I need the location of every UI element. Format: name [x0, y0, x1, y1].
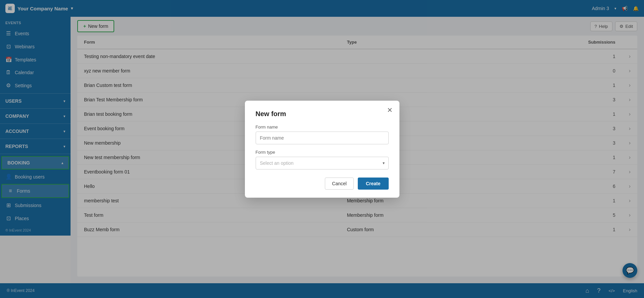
form-type-field: Form type Select an option Event booking…	[256, 150, 389, 169]
modal-overlay[interactable]: New form ✕ Form name Form type Select an…	[0, 0, 644, 298]
new-form-modal: New form ✕ Form name Form type Select an…	[245, 101, 399, 198]
form-name-input[interactable]	[256, 132, 389, 144]
form-type-select[interactable]: Select an option Event booking Membershi…	[256, 157, 389, 169]
cancel-button[interactable]: Cancel	[325, 178, 354, 190]
form-name-label: Form name	[256, 125, 389, 130]
modal-actions: Cancel Create	[256, 178, 389, 190]
modal-close-button[interactable]: ✕	[387, 106, 393, 114]
form-type-label: Form type	[256, 150, 389, 155]
modal-title: New form	[256, 110, 389, 118]
form-name-field: Form name	[256, 125, 389, 144]
create-button[interactable]: Create	[358, 178, 389, 190]
